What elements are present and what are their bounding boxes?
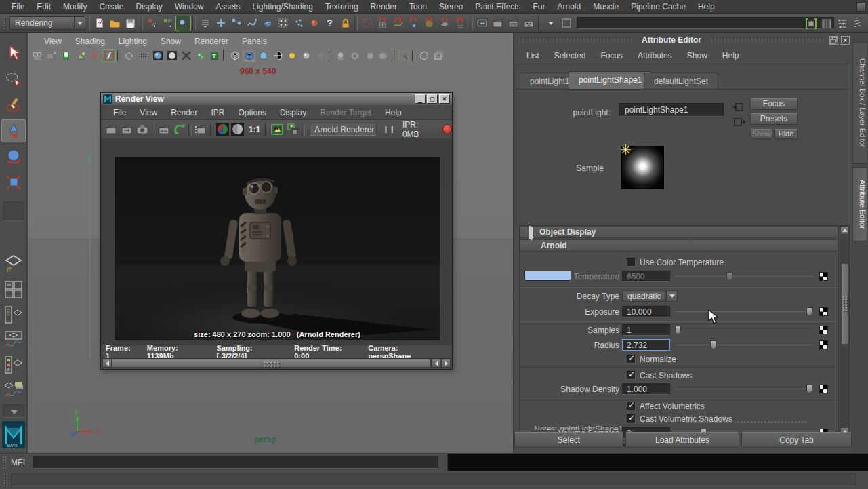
minimize-button[interactable]: _: [415, 94, 426, 104]
scroll-left-icon[interactable]: [102, 359, 112, 368]
menu-create[interactable]: Create: [93, 0, 129, 14]
tab-attribute-editor[interactable]: Attribute Editor: [852, 167, 867, 241]
use-color-temperature-checkbox[interactable]: [627, 258, 636, 267]
exposure-field[interactable]: 10.000: [622, 306, 670, 317]
command-line-grip[interactable]: [2, 456, 6, 469]
ae-menu-list[interactable]: List: [519, 51, 547, 60]
layout-hypershade-persp-button[interactable]: [1, 353, 26, 376]
menu-pipeline-cache[interactable]: Pipeline Cache: [625, 0, 692, 14]
bounding-box-mode-icon[interactable]: [180, 50, 192, 62]
rv-menu-ipr[interactable]: IPR: [205, 108, 232, 117]
menu-set-selector[interactable]: Rendering: [9, 16, 85, 30]
checker-material-icon[interactable]: [271, 50, 284, 62]
render-view-window[interactable]: Render View _ □ × File View Render IPR O…: [100, 92, 453, 370]
pause-ipr-button[interactable]: ❙❙: [381, 122, 398, 136]
panel-menu-renderer[interactable]: Renderer: [188, 37, 235, 46]
rendered-image[interactable]: [115, 157, 440, 340]
select-by-rendering-icon[interactable]: [307, 16, 321, 31]
decay-type-dropdown[interactable]: quadratic: [622, 290, 665, 302]
rv-menu-display[interactable]: Display: [273, 108, 313, 117]
modeling-toolkit-toggle-icon[interactable]: [804, 16, 818, 31]
render-settings-icon[interactable]: [522, 16, 536, 31]
camera-select-icon[interactable]: [31, 50, 44, 62]
scroll-left-icon[interactable]: [432, 359, 441, 368]
open-render-view-icon[interactable]: [475, 16, 489, 31]
quick-selection-input[interactable]: [577, 17, 834, 29]
points-mode-icon[interactable]: [137, 50, 150, 62]
select-by-dynamics-icon[interactable]: [291, 16, 306, 31]
ae-menu-attributes[interactable]: Attributes: [630, 51, 680, 60]
menu-modify[interactable]: Modify: [57, 0, 93, 14]
affect-volumetrics-checkbox[interactable]: [627, 402, 636, 410]
maximize-button[interactable]: □: [427, 94, 438, 104]
tab-defaultlightset[interactable]: defaultLightSet: [644, 73, 718, 89]
ae-menu-help[interactable]: Help: [715, 51, 747, 60]
scale-tool[interactable]: [1, 171, 26, 194]
lock-selection-icon[interactable]: [338, 16, 352, 31]
remove-image-icon[interactable]: [286, 122, 300, 136]
focus-button[interactable]: Focus: [750, 98, 798, 110]
menu-help[interactable]: Help: [692, 0, 721, 14]
attribute-editor-toggle-icon[interactable]: [819, 16, 833, 31]
rv-menu-options[interactable]: Options: [232, 108, 273, 117]
rgb-channels-icon[interactable]: [215, 122, 230, 136]
save-scene-icon[interactable]: [123, 16, 138, 31]
chevron-down-icon[interactable]: [74, 17, 85, 29]
bookmarks-icon[interactable]: [60, 50, 73, 62]
notes-resize-grip[interactable]: [686, 420, 808, 425]
ipr-render-icon[interactable]: IPR: [506, 16, 520, 31]
scroll-up-icon[interactable]: [840, 226, 849, 235]
film-gate-icon[interactable]: [102, 50, 115, 62]
xray-icon[interactable]: [417, 50, 430, 62]
menu-arnold[interactable]: Arnold: [552, 0, 587, 14]
rv-menu-file[interactable]: File: [106, 108, 133, 117]
lighting-none-icon[interactable]: [314, 50, 327, 62]
menu-paint-effects[interactable]: Paint Effects: [469, 0, 526, 14]
exposure-slider[interactable]: [675, 307, 814, 317]
snap-to-grid-icon[interactable]: [375, 16, 390, 31]
region-render-icon[interactable]: [194, 122, 208, 136]
section-arnold[interactable]: Arnold: [520, 239, 838, 252]
cast-shadows-checkbox[interactable]: [627, 371, 636, 380]
alpha-channel-icon[interactable]: [230, 122, 245, 136]
close-button[interactable]: ×: [439, 94, 450, 104]
panel-menu-show[interactable]: Show: [154, 37, 188, 46]
menu-render[interactable]: Render: [365, 0, 403, 14]
samples-map-button[interactable]: [819, 326, 828, 334]
image-plane-icon[interactable]: [74, 50, 87, 62]
toolbar-separator[interactable]: [223, 50, 226, 61]
snap-to-view-plane-icon[interactable]: [438, 16, 452, 31]
menu-muscle[interactable]: Muscle: [587, 0, 625, 14]
select-by-curves-icon[interactable]: [245, 16, 259, 31]
tab-channel-box-layer-editor[interactable]: Channel Box / Layer Editor: [852, 42, 867, 164]
hscroll-thumb[interactable]: [112, 359, 431, 368]
wireframe-mode-icon[interactable]: [123, 50, 136, 62]
ae-menu-selected[interactable]: Selected: [547, 51, 594, 60]
render-view-canvas[interactable]: size: 480 x 270 zoom: 1.000 (Arnold Rend…: [101, 138, 452, 345]
layout-more-dropdown[interactable]: [3, 404, 24, 418]
copy-tab-button[interactable]: Copy Tab: [741, 432, 852, 448]
select-hierarchy-icon[interactable]: [145, 16, 159, 31]
node-name-field[interactable]: pointLightShape1: [619, 103, 724, 117]
temperature-color-swatch[interactable]: [524, 271, 571, 281]
layout-persp-outliner-button[interactable]: [1, 303, 26, 326]
layout-persp-graph-button[interactable]: [1, 328, 26, 351]
smooth-shade-icon[interactable]: [151, 50, 164, 62]
renderer-selector[interactable]: Arnold Renderer: [310, 123, 377, 136]
select-by-deformations-icon[interactable]: [276, 16, 290, 31]
toolbar-separator[interactable]: [192, 16, 196, 31]
channel-box-toggle-icon[interactable]: [850, 16, 865, 31]
camera-attributes-icon[interactable]: [45, 50, 58, 62]
xray-joints-icon[interactable]: [432, 50, 445, 62]
shadow-density-map-button[interactable]: [819, 385, 828, 393]
zoom-one-to-one-label[interactable]: 1:1: [246, 122, 263, 136]
samples-field[interactable]: 1: [622, 324, 670, 336]
lasso-select-tool[interactable]: [1, 68, 26, 91]
menu-toon[interactable]: Toon: [403, 0, 433, 14]
panel-menu-view[interactable]: View: [37, 37, 68, 46]
menu-texturing[interactable]: Texturing: [319, 0, 365, 14]
refresh-ipr-icon[interactable]: [172, 122, 186, 136]
toolbar-separator[interactable]: [87, 16, 90, 31]
statusline-grip[interactable]: [3, 16, 7, 30]
close-panel-icon[interactable]: ×: [841, 36, 850, 45]
